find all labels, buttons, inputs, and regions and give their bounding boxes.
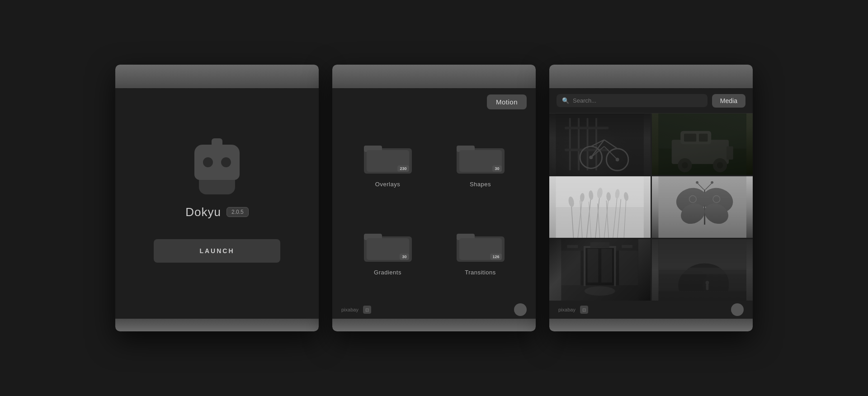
app-name-row: Dokyu 2.0.5 — [185, 205, 248, 219]
svg-point-37 — [717, 162, 723, 169]
svg-rect-17 — [565, 127, 609, 129]
svg-rect-83 — [588, 249, 599, 283]
robot-head — [194, 145, 240, 180]
camera-icon-media: ⊡ — [580, 306, 588, 314]
launch-body: Dokyu 2.0.5 LAUNCH — [115, 88, 319, 319]
folder-icon-gradients: 30 — [363, 228, 413, 264]
svg-rect-81 — [614, 246, 616, 286]
folder-shapes[interactable]: 30 Shapes — [434, 120, 527, 208]
scroll-indicator-motion[interactable] — [514, 303, 527, 316]
footer-motion — [332, 319, 536, 331]
folder-badge-shapes: 30 — [492, 165, 501, 172]
folder-badge-overlays: 230 — [397, 165, 409, 172]
folder-icon-transitions: 126 — [456, 228, 505, 264]
robot-eye-left — [203, 157, 213, 167]
folder-icon-overlays: 230 — [363, 140, 413, 175]
app-logo — [190, 145, 244, 194]
svg-rect-15 — [587, 118, 589, 171]
media-header: 🔍 Media — [549, 88, 753, 113]
folders-grid: 230 Overlays 30 Shapes — [332, 115, 536, 301]
folder-label-shapes: Shapes — [470, 181, 491, 188]
scroll-indicator-media[interactable] — [731, 303, 744, 316]
svg-rect-18 — [565, 149, 609, 151]
media-button[interactable]: Media — [712, 94, 745, 108]
svg-rect-87 — [622, 245, 632, 248]
motion-button[interactable]: Motion — [487, 94, 527, 109]
svg-rect-80 — [584, 246, 585, 286]
svg-rect-38 — [726, 146, 733, 160]
pixabay-label-media: pixabay — [558, 307, 576, 312]
pixabay-label-motion: pixabay — [341, 307, 359, 312]
svg-rect-13 — [569, 118, 571, 171]
titlebar-launch — [115, 65, 319, 88]
search-wrapper[interactable]: 🔍 — [557, 94, 708, 107]
folder-icon-shapes: 30 — [456, 140, 505, 175]
version-badge: 2.0.5 — [226, 207, 249, 217]
search-icon: 🔍 — [562, 97, 569, 104]
titlebar-motion — [332, 65, 536, 88]
photos-grid — [549, 113, 753, 301]
svg-rect-86 — [567, 245, 578, 248]
svg-point-35 — [682, 162, 688, 169]
folder-gradients[interactable]: 30 Gradients — [341, 208, 434, 296]
svg-rect-14 — [578, 118, 580, 171]
svg-rect-96 — [658, 268, 746, 274]
svg-point-72 — [711, 181, 713, 184]
folder-overlays[interactable]: 230 Overlays — [341, 120, 434, 208]
svg-rect-94 — [706, 284, 708, 290]
launch-button[interactable]: LAUNCH — [154, 239, 280, 263]
robot-body — [199, 180, 235, 194]
folder-label-gradients: Gradients — [374, 269, 401, 276]
folder-badge-transitions: 126 — [490, 254, 501, 260]
motion-body: Motion 230 Overlays — [332, 88, 536, 319]
motion-footer: pixabay ⊡ — [332, 301, 536, 319]
titlebar-media — [549, 65, 753, 88]
camera-icon-motion: ⊡ — [363, 306, 371, 314]
photo-truck[interactable] — [652, 113, 753, 175]
media-footer: pixabay ⊡ — [549, 301, 753, 319]
photo-bicycle[interactable] — [549, 113, 651, 175]
photo-butterfly[interactable] — [652, 176, 753, 238]
footer-launch — [115, 319, 319, 331]
svg-point-95 — [705, 281, 709, 284]
svg-rect-93 — [658, 291, 746, 301]
folder-label-overlays: Overlays — [375, 181, 400, 188]
media-body: 🔍 Media — [549, 88, 753, 319]
motion-panel: Motion 230 Overlays — [332, 65, 536, 331]
photo-building[interactable] — [549, 239, 651, 301]
svg-point-78 — [585, 287, 615, 296]
svg-point-71 — [696, 181, 698, 184]
app-name: Dokyu — [185, 205, 221, 219]
photo-grass[interactable] — [549, 176, 651, 238]
svg-rect-33 — [698, 134, 707, 141]
svg-rect-85 — [590, 242, 610, 248]
launch-panel: Dokyu 2.0.5 LAUNCH — [115, 65, 319, 331]
search-input[interactable] — [573, 97, 702, 104]
photo-bush[interactable] — [652, 239, 753, 301]
robot-eye-right — [221, 157, 231, 167]
media-panel: 🔍 Media — [549, 65, 753, 331]
svg-rect-32 — [684, 134, 696, 141]
folder-badge-gradients: 30 — [400, 254, 409, 260]
svg-rect-84 — [601, 249, 612, 283]
footer-media — [549, 319, 753, 331]
motion-header: Motion — [332, 88, 536, 115]
folder-label-transitions: Transitions — [465, 269, 496, 276]
folder-transitions[interactable]: 126 Transitions — [434, 208, 527, 296]
